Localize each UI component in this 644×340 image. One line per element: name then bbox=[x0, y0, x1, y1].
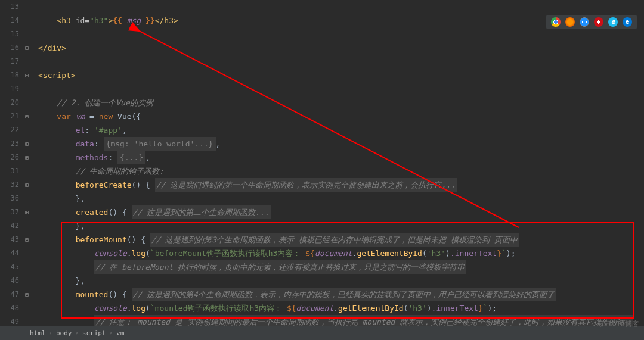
breadcrumb-item[interactable]: script bbox=[82, 329, 106, 337]
watermark-text: @51CTO博客 bbox=[599, 319, 639, 329]
breadcrumb-bar[interactable]: html›body›script›vm bbox=[0, 326, 644, 340]
code-editor[interactable]: 1314151617181920212223263132363742434445… bbox=[0, 0, 644, 322]
firefox-icon[interactable] bbox=[565, 17, 575, 27]
line-number-gutter: 1314151617181920212223263132363742434445… bbox=[0, 0, 25, 322]
breadcrumb-item[interactable]: body bbox=[56, 329, 72, 337]
breadcrumb-item[interactable]: vm bbox=[116, 329, 124, 337]
breadcrumb-item[interactable]: html bbox=[30, 329, 46, 337]
fold-gutter[interactable]: ⊟⊟⊟⊞⊞⊞⊞⊟⊟ bbox=[25, 0, 36, 322]
browser-preview-toolbar: e e bbox=[546, 15, 637, 29]
edge-icon[interactable]: e bbox=[623, 17, 632, 27]
chrome-icon[interactable] bbox=[551, 17, 561, 27]
ie-icon[interactable]: e bbox=[608, 17, 618, 27]
code-content[interactable]: <h3 id="h3">{{ msg }}</h3></div><script>… bbox=[36, 0, 644, 322]
opera-icon[interactable] bbox=[594, 17, 603, 27]
safari-icon[interactable] bbox=[580, 17, 589, 27]
